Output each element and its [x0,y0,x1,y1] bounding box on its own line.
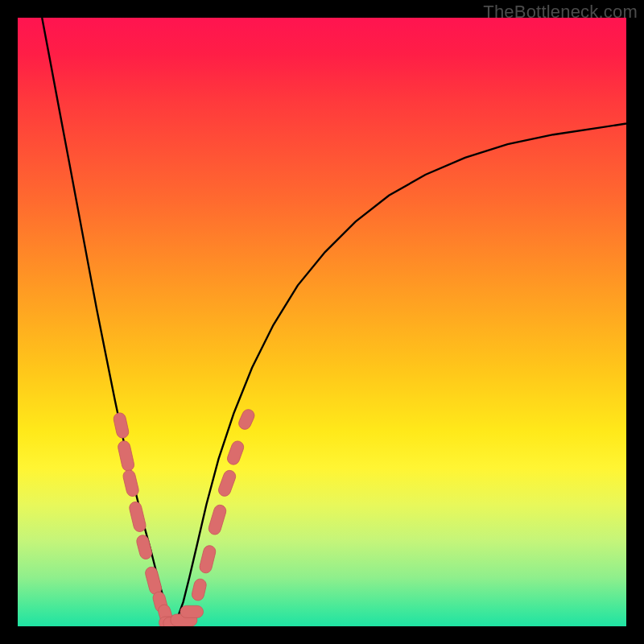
svg-rect-5 [144,566,163,596]
curve-marker [144,566,163,596]
watermark-text: TheBottleneck.com [483,2,638,23]
svg-rect-1 [117,440,135,472]
svg-rect-3 [128,501,147,533]
curve-marker [225,440,245,466]
outer-frame: TheBottleneck.com [0,0,644,644]
curve-marker [117,440,135,472]
svg-rect-10 [207,503,227,535]
svg-rect-2 [122,469,139,497]
curve-marker [180,605,204,617]
curve-marker [217,469,237,497]
curve-group [42,18,626,625]
left-branch [42,18,173,625]
svg-rect-12 [225,440,245,466]
curve-marker [135,534,153,560]
curve-marker [237,407,256,431]
curve-marker [207,503,227,535]
chart-svg [18,18,626,626]
curve-marker [128,501,147,533]
svg-rect-17 [180,605,204,617]
curve-marker [113,411,130,439]
svg-rect-0 [113,411,130,439]
right-branch [173,124,626,625]
curve-marker [198,544,217,574]
svg-rect-8 [191,578,208,602]
svg-rect-4 [135,534,153,560]
svg-rect-13 [237,407,256,431]
curve-marker [122,469,139,497]
svg-rect-11 [217,469,237,497]
svg-rect-9 [198,544,217,574]
plot-area [18,18,626,626]
curve-marker [191,578,208,602]
